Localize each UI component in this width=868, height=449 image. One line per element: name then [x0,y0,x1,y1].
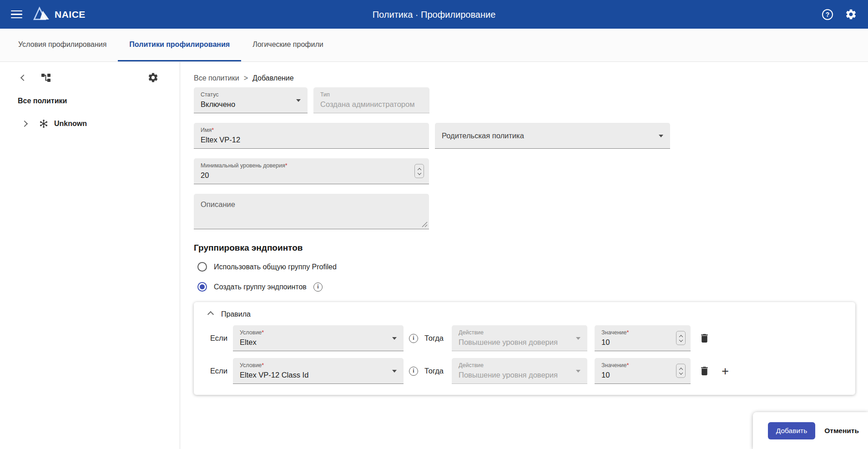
parent-policy-label: Родительская политика [442,131,524,140]
rule-row: Если Условие* Eltex i Тогда Действие Пов… [206,325,843,351]
delete-rule-icon[interactable] [699,365,710,377]
breadcrumb-all-policies[interactable]: Все политики [194,74,239,82]
rules-title: Правила [221,310,251,318]
sidebar-toolbar [18,72,173,83]
rule-row: Если Условие* Eltex VP-12 Class Id i Тог… [206,358,843,384]
policy-form: Все политики > Добавление Статус Включен… [180,62,868,449]
status-value: Включено [201,100,301,109]
resize-handle-icon[interactable] [422,222,428,227]
policy-hub-icon [39,119,49,129]
status-select[interactable]: Статус Включено [194,87,308,113]
action-label: Действие [459,329,581,336]
name-label: Имя* [201,127,423,133]
required-marker: * [262,329,264,336]
radio-label: Использовать общую группу Profiled [214,263,337,271]
chevron-down-icon [392,370,397,373]
tab-logical-profiles[interactable]: Логические профили [241,29,335,61]
radio-unchecked-icon[interactable] [197,262,207,272]
action-value: Повышение уровня доверия [459,371,581,379]
radio-label: Создать группу эндпоинтов [214,283,307,291]
condition-value: Eltex VP-12 Class Id [240,371,397,379]
action-select: Действие Повышение уровня доверия [452,325,587,351]
policies-sidebar: Все политики Unknown [0,62,180,449]
name-value: Eltex VP-12 [201,136,423,144]
sidebar-root-label: Все политики [18,97,173,105]
required-marker: * [262,362,264,368]
form-actions-bar: Добавить Отменить [753,412,868,449]
then-label: Тогда [424,334,444,343]
chevron-down-icon [576,337,580,340]
collapse-section-icon[interactable] [207,311,214,318]
settings-icon[interactable] [845,8,857,20]
condition-select[interactable]: Условие* Eltex [233,325,404,351]
info-glyph: i [317,283,318,290]
number-stepper[interactable] [414,164,424,178]
tree-view-icon[interactable] [40,72,51,83]
sidebar-settings-icon[interactable] [147,72,159,83]
tab-profiling-conditions[interactable]: Условия профилирования [7,29,118,61]
chevron-down-icon [659,135,663,137]
chevron-down-icon [296,99,301,102]
add-rule-icon[interactable]: + [719,365,731,377]
action-label: Действие [459,362,581,368]
condition-value: Eltex [240,338,397,347]
tree-item-unknown[interactable]: Unknown [18,119,173,129]
endpoint-grouping-title: Группировка эндпоинтов [194,243,855,253]
action-value: Повышение уровня доверия [459,338,581,347]
chevron-down-icon [576,370,580,373]
radio-use-profiled-group[interactable]: Использовать общую группу Profiled [197,262,855,272]
help-glyph: ? [826,11,830,18]
condition-select[interactable]: Условие* Eltex VP-12 Class Id [233,358,404,384]
required-marker: * [627,329,629,336]
tab-bar: Условия профилирования Политики профилир… [0,29,868,62]
expand-node-icon[interactable] [21,121,28,127]
min-trust-input[interactable]: Минимальный уровень доверия* 20 [194,158,429,184]
value-value: 10 [601,371,684,379]
info-glyph: i [413,368,414,374]
delete-rule-icon[interactable] [699,333,710,344]
page-title: Политика · Профилирование [373,9,496,20]
collapse-panel-icon[interactable] [20,74,27,81]
info-icon[interactable]: i [409,334,418,343]
app-header: NAICE Политика · Профилирование ? [0,0,868,29]
cancel-button[interactable]: Отменить [824,427,859,435]
help-icon[interactable]: ? [822,9,833,20]
description-label: Описание [201,200,423,209]
condition-label: Условие* [240,362,397,368]
parent-policy-select[interactable]: Родительская политика [435,123,670,149]
radio-create-endpoint-group[interactable]: Создать группу эндпоинтов i [197,282,855,292]
min-trust-value: 20 [201,171,423,180]
info-icon[interactable]: i [409,367,418,376]
required-marker: * [627,362,629,368]
breadcrumb-separator: > [244,74,248,82]
min-trust-label: Минимальный уровень доверия* [201,162,423,169]
content: Все политики Unknown [0,62,868,449]
radio-checked-icon[interactable] [197,282,207,292]
required-marker: * [212,127,214,133]
condition-label: Условие* [240,329,397,336]
tab-profiling-policies[interactable]: Политики профилирования [118,29,241,61]
required-marker: * [285,162,288,169]
if-label: Если [210,367,229,375]
number-stepper[interactable] [676,331,686,345]
rules-card: Правила Если Условие* Eltex i Тогда Дейс… [194,302,855,395]
breadcrumb: Все политики > Добавление [194,74,855,83]
value-input[interactable]: Значение* 10 [595,358,691,384]
rules-card-header[interactable]: Правила [206,310,843,318]
app-brand: NAICE [33,6,86,23]
name-input[interactable]: Имя* Eltex VP-12 [194,123,429,149]
info-icon[interactable]: i [313,283,323,292]
value-input[interactable]: Значение* 10 [595,325,691,351]
then-label: Тогда [424,367,444,375]
value-value: 10 [601,338,684,347]
chevron-down-icon [392,337,397,340]
breadcrumb-current: Добавление [252,74,294,82]
value-label: Значение* [601,329,684,336]
app-name: NAICE [55,9,86,20]
description-textarea[interactable]: Описание [194,194,429,229]
menu-icon[interactable] [11,10,22,19]
value-label: Значение* [601,362,684,368]
submit-button[interactable]: Добавить [768,422,816,439]
type-label: Тип [320,91,423,98]
number-stepper[interactable] [676,364,686,378]
